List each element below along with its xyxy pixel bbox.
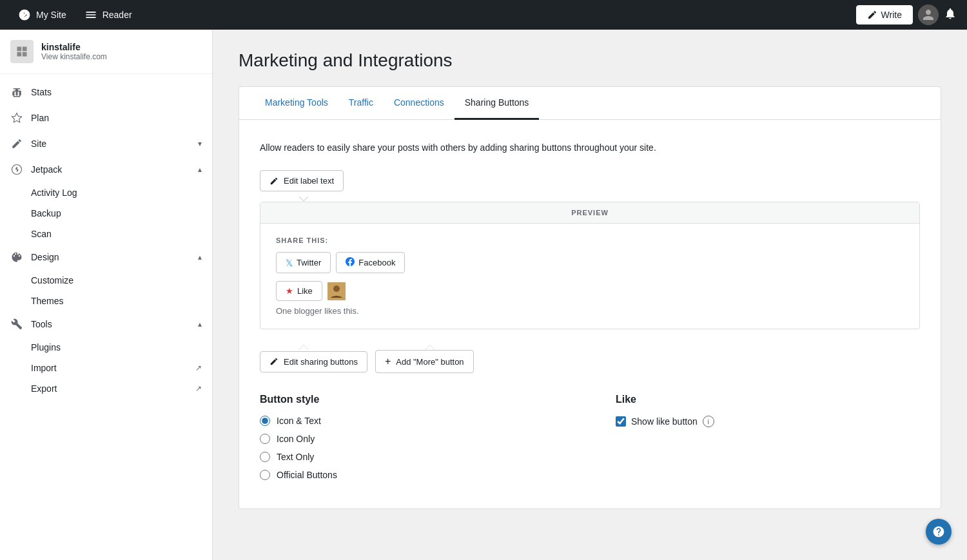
page-title: Marketing and Integrations (239, 50, 941, 71)
show-like-info-icon[interactable]: i (703, 416, 714, 427)
sidebar-item-design[interactable]: Design ▴ (0, 244, 212, 270)
style-option-icon-only[interactable]: Icon Only (260, 434, 564, 444)
help-icon (932, 525, 945, 538)
edit-label-text-label: Edit label text (284, 176, 334, 186)
svg-rect-2 (19, 91, 21, 96)
add-more-button-label: Add "More" button (396, 357, 464, 367)
top-navigation: My Site Reader Write (0, 0, 967, 30)
jetpack-icon (10, 163, 23, 176)
sidebar-item-plan[interactable]: Plan (0, 105, 212, 131)
pencil-icon (10, 137, 23, 150)
site-info: kinstalife View kinstalife.com (41, 42, 107, 61)
sidebar-item-import[interactable]: Import ↗ (0, 358, 212, 378)
style-option-official[interactable]: Official Buttons (260, 470, 564, 480)
style-option-text-only[interactable]: Text Only (260, 452, 564, 462)
reader-nav-item[interactable]: Reader (77, 8, 140, 21)
site-icon (10, 40, 34, 63)
grid-icon (15, 45, 28, 58)
sidebar-item-plugins[interactable]: Plugins (0, 337, 212, 358)
sidebar-item-backup[interactable]: Backup (0, 203, 212, 224)
like-star-icon: ★ (286, 286, 293, 296)
like-button[interactable]: ★ Like (276, 281, 322, 301)
one-blogger-text: One blogger likes this. (276, 306, 904, 316)
style-radio-text-only[interactable] (260, 452, 270, 462)
activity-log-label: Activity Log (31, 188, 77, 198)
help-button[interactable] (926, 519, 952, 545)
add-more-button[interactable]: + Add "More" button (375, 350, 474, 373)
show-like-button-label: Show like button (631, 416, 698, 427)
customize-label: Customize (31, 275, 73, 285)
sidebar-item-stats[interactable]: Stats (0, 79, 212, 105)
tab-traffic[interactable]: Traffic (338, 87, 384, 120)
preview-header: PREVIEW (260, 202, 919, 224)
tools-chevron-icon: ▴ (198, 320, 202, 329)
edit-sharing-buttons-button[interactable]: Edit sharing buttons (260, 351, 367, 372)
style-radio-icon-only[interactable] (260, 434, 270, 444)
like-label: Like (297, 286, 313, 296)
like-row: ★ Like (276, 281, 904, 301)
user-avatar[interactable] (918, 5, 939, 25)
site-url[interactable]: View kinstalife.com (41, 52, 107, 61)
site-name: kinstalife (41, 42, 107, 52)
wordpress-icon (18, 8, 31, 21)
edit-sharing-arrow (298, 345, 309, 350)
sidebar-navigation: Stats Plan Site ▾ (0, 74, 212, 404)
tab-marketing-tools[interactable]: Marketing Tools (255, 87, 338, 120)
bar-chart-icon (10, 86, 23, 99)
plan-label: Plan (31, 113, 202, 123)
blogger-avatar-image (327, 282, 346, 300)
add-more-arrow (425, 345, 435, 350)
sidebar-item-scan[interactable]: Scan (0, 224, 212, 244)
show-like-button-checkbox[interactable] (616, 416, 626, 427)
button-style-group: Button style Icon & Text Icon Only Text … (260, 394, 564, 488)
design-label: Design (31, 252, 190, 262)
style-radio-official[interactable] (260, 470, 270, 480)
sidebar-item-themes[interactable]: Themes (0, 291, 212, 311)
write-icon (867, 10, 877, 20)
tab-sharing-buttons[interactable]: Sharing Buttons (454, 87, 540, 120)
themes-label: Themes (31, 296, 64, 306)
svg-rect-3 (16, 89, 18, 96)
sidebar-item-site[interactable]: Site ▾ (0, 131, 212, 157)
notifications-bell[interactable] (944, 7, 957, 23)
write-button[interactable]: Write (856, 5, 913, 24)
like-section: Like Show like button i (616, 394, 920, 488)
export-external-icon: ↗ (195, 384, 202, 393)
svg-marker-4 (12, 113, 22, 122)
edit-buttons-row: Edit sharing buttons + Add "More" button (260, 350, 920, 373)
options-row: Button style Icon & Text Icon Only Text … (260, 394, 920, 488)
style-label-official: Official Buttons (277, 470, 337, 480)
button-style-title: Button style (260, 394, 564, 405)
pencil-small-icon (269, 177, 278, 186)
tools-label: Tools (31, 319, 190, 329)
site-chevron-icon: ▾ (198, 139, 202, 148)
sidebar-item-customize[interactable]: Customize (0, 270, 212, 291)
sidebar-item-jetpack[interactable]: Jetpack ▴ (0, 157, 212, 182)
preview-area: PREVIEW SHARE THIS: 𝕏 Twitter (260, 202, 920, 329)
sidebar-item-tools[interactable]: Tools ▴ (0, 311, 212, 337)
sidebar-item-activity-log[interactable]: Activity Log (0, 182, 212, 203)
facebook-share-button[interactable]: Facebook (336, 252, 405, 273)
share-buttons-row: 𝕏 Twitter Facebook (276, 252, 904, 273)
backup-label: Backup (31, 208, 61, 218)
reader-label: Reader (103, 10, 132, 20)
facebook-icon (346, 257, 355, 268)
design-chevron-icon: ▴ (198, 253, 202, 262)
star-icon (10, 111, 23, 124)
svg-point-7 (333, 285, 340, 292)
my-site-nav-item[interactable]: My Site (10, 8, 74, 21)
style-option-icon-text[interactable]: Icon & Text (260, 416, 564, 426)
sharing-description: Allow readers to easily share your posts… (260, 140, 920, 155)
write-label: Write (881, 10, 902, 20)
main-content: Marketing and Integrations Marketing Too… (213, 30, 967, 560)
tab-connections[interactable]: Connections (384, 87, 454, 120)
twitter-label: Twitter (297, 258, 321, 267)
style-radio-icon-text[interactable] (260, 416, 270, 426)
edit-label-text-button[interactable]: Edit label text (260, 170, 344, 191)
sidebar-item-export[interactable]: Export ↗ (0, 378, 212, 399)
site-header: kinstalife View kinstalife.com (0, 30, 212, 74)
import-label: Import (31, 363, 57, 373)
jetpack-chevron-icon: ▴ (198, 165, 202, 174)
tabs-bar: Marketing Tools Traffic Connections Shar… (239, 87, 941, 120)
twitter-share-button[interactable]: 𝕏 Twitter (276, 252, 331, 273)
